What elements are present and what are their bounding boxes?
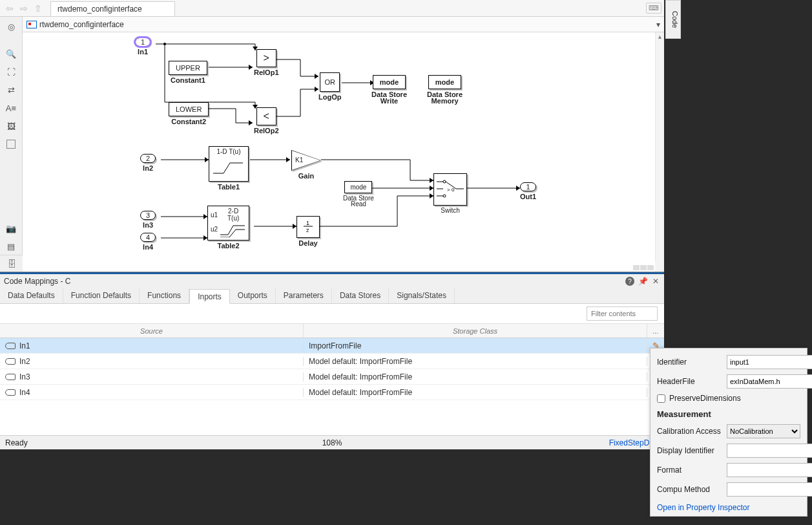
left-toolbar: ◎ 🔍 ⛶ ⇄ A≡ 🖼 📷 ▤ » (0, 17, 23, 272)
tab-parameters[interactable]: Parameters (276, 288, 332, 303)
row-storage: ImportFromFile (304, 341, 647, 350)
filter-input[interactable] (587, 306, 658, 321)
table-row[interactable]: In3Model default: ImportFromFile (0, 369, 664, 385)
svg-point-20 (443, 180, 446, 183)
back-icon[interactable]: ⇦ (3, 1, 17, 16)
tab-data-stores[interactable]: Data Stores (332, 288, 389, 303)
row-storage: Model default: ImportFromFile (304, 357, 647, 366)
help-icon[interactable]: ? (625, 277, 634, 286)
switch-icon: > 0 (437, 177, 464, 201)
table-row[interactable]: In4Model default: ImportFromFile (0, 385, 664, 400)
svg-marker-9 (286, 157, 290, 162)
block-constant2[interactable]: LOWER Constant2 (169, 102, 209, 125)
row-name: In4 (19, 388, 30, 397)
code-mappings-table: Source Storage Class ... In1ImportFromFi… (0, 323, 664, 435)
status-zoom[interactable]: 108% (322, 438, 342, 447)
tab-outports[interactable]: Outports (230, 288, 276, 303)
close-icon[interactable]: ✕ (651, 277, 660, 286)
block-table1[interactable]: 1-D T(u) Table1 (209, 146, 249, 191)
row-name: In3 (19, 372, 30, 381)
list-icon[interactable]: ▤ (4, 239, 18, 253)
pin-icon[interactable]: 📌 (638, 277, 647, 286)
identifier-label: Identifier (657, 358, 722, 367)
block-relop1[interactable]: > RelOp1 (254, 49, 279, 76)
block-icon[interactable] (4, 137, 18, 151)
code-panel-tab[interactable]: Code (665, 0, 681, 39)
model-data-icon[interactable]: 🗄 (0, 255, 23, 272)
canvas[interactable]: 1 In1 UPPER Constant1 LOWER Constant2 > … (23, 32, 664, 272)
display-identifier-input[interactable] (727, 444, 812, 458)
open-property-inspector-link[interactable]: Open in Property Inspector (657, 503, 800, 512)
preserve-dimensions-checkbox[interactable] (657, 394, 665, 403)
identifier-input[interactable] (727, 355, 812, 369)
format-input[interactable] (727, 463, 812, 477)
block-in3[interactable]: 3 In3 (140, 211, 156, 229)
block-switch[interactable]: > 0 Switch (433, 173, 467, 214)
forward-icon[interactable]: ⇨ (17, 1, 31, 16)
camera-icon[interactable]: 📷 (4, 221, 18, 235)
fit-icon[interactable]: ⛶ (4, 65, 18, 79)
table-row[interactable]: In2Model default: ImportFromFile (0, 354, 664, 369)
block-in4[interactable]: 4 In4 (140, 233, 156, 251)
block-constant1[interactable]: UPPER Constant1 (169, 61, 207, 84)
vertical-scrollbar[interactable]: ▲ (655, 32, 664, 261)
block-in2[interactable]: 2 In2 (140, 154, 156, 172)
block-out1[interactable]: 1 Out1 (520, 182, 536, 200)
tab-inports[interactable]: Inports (189, 289, 230, 304)
headerfile-input[interactable] (727, 374, 812, 389)
format-label: Format (657, 466, 722, 475)
calibration-select[interactable]: NoCalibration (727, 424, 800, 438)
table-row[interactable]: In1ImportFromFile✎ (0, 338, 664, 354)
model-tab[interactable]: rtwdemo_configinterface (50, 1, 175, 16)
svg-point-1 (163, 43, 166, 45)
block-logop[interactable]: OR LogOp (318, 72, 341, 101)
svg-text:z: z (306, 227, 309, 233)
block-relop2[interactable]: < RelOp2 (254, 107, 279, 134)
block-gain[interactable]: K1 Gain (291, 150, 321, 180)
block-delay[interactable]: 1 z Delay (297, 216, 320, 247)
block-dsmem[interactable]: mode Data Store Memory (427, 75, 463, 105)
panel-title: Code Mappings - C (4, 277, 70, 286)
image-icon[interactable]: 🖼 (4, 119, 18, 133)
inport-icon (5, 389, 16, 396)
compu-method-input[interactable] (727, 482, 812, 497)
keyboard-icon[interactable]: ⌨ (646, 3, 661, 14)
col-source[interactable]: Source (0, 324, 304, 338)
breadcrumb[interactable]: rtwdemo_configinterface ▾ (23, 17, 664, 32)
code-mappings-panel: Code Mappings - C ? 📌 ✕ Data DefaultsFun… (0, 272, 664, 435)
headerfile-label: HeaderFile (657, 377, 722, 386)
svg-marker-3 (249, 65, 253, 70)
model-body: rtwdemo_configinterface ▾ (23, 17, 664, 272)
svg-text:> 0: > 0 (447, 187, 455, 193)
tab-functions[interactable]: Functions (140, 288, 189, 303)
col-storage-class[interactable]: Storage Class (304, 324, 647, 338)
wires (23, 32, 664, 272)
tab-function-defaults[interactable]: Function Defaults (63, 288, 140, 303)
annotation-icon[interactable]: A≡ (4, 101, 18, 115)
block-in1[interactable]: 1 In1 (135, 38, 151, 56)
up-icon[interactable]: ⇧ (31, 1, 45, 16)
chevron-down-icon[interactable]: ▾ (656, 20, 660, 29)
svg-marker-4 (249, 120, 253, 125)
swap-icon[interactable]: ⇄ (4, 83, 18, 97)
canvas-overview-icon[interactable] (633, 265, 654, 270)
tab-data-defaults[interactable]: Data Defaults (0, 288, 63, 303)
block-table2[interactable]: u1 u2 2-DT(u) Tab (207, 206, 249, 250)
block-label: In1 (135, 48, 151, 56)
tab-signals-states[interactable]: Signals/States (389, 288, 455, 303)
row-storage: Model default: ImportFromFile (304, 372, 647, 381)
zoom-in-icon[interactable]: 🔍 (4, 47, 18, 61)
main-window: ⇦ ⇨ ⇧ rtwdemo_configinterface ⌨ ◎ 🔍 ⛶ ⇄ … (0, 0, 664, 449)
property-panel: Identifier HeaderFile PreserveDimensions… (650, 348, 807, 517)
block-dswrite[interactable]: mode Data Store Write (371, 75, 407, 105)
tab-bar: rtwdemo_configinterface (50, 0, 175, 16)
compu-method-label: Compu Method (657, 485, 722, 494)
lookup-2d-icon (220, 222, 246, 237)
target-icon[interactable]: ◎ (4, 19, 18, 34)
block-dsread[interactable]: mode Data Store Read (343, 181, 374, 208)
col-extra[interactable]: ... (647, 324, 664, 338)
inport-icon (5, 358, 16, 365)
model-icon (26, 21, 37, 28)
inport-1: 1 (135, 38, 151, 47)
row-name: In1 (19, 341, 30, 350)
